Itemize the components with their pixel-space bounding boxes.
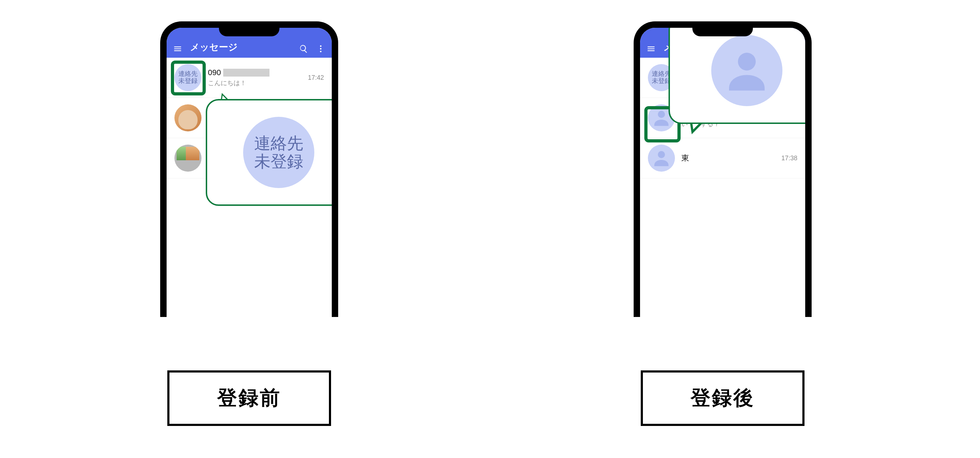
app-title: メッセージ (190, 41, 291, 53)
message-time: 17:42 (308, 74, 324, 81)
avatar-photo[interactable] (174, 145, 202, 172)
svg-point-5 (738, 53, 756, 70)
svg-point-1 (320, 48, 321, 49)
avatar-default-person[interactable] (648, 145, 675, 172)
masked-number (223, 69, 269, 77)
callout-avatar-person (711, 35, 783, 106)
contact-name: 090 (208, 68, 302, 77)
caption-after: 登録後 (641, 370, 805, 426)
hamburger-icon[interactable] (646, 44, 656, 53)
hamburger-icon[interactable] (173, 44, 182, 53)
callout-avatar-unregistered: 連絡先 未登録 (243, 117, 314, 188)
message-item[interactable]: 連絡先 未登録 090 こんにちは！ 17:42 (167, 58, 332, 98)
overflow-icon[interactable] (316, 44, 325, 53)
caption-before: 登録前 (167, 370, 331, 426)
message-time: 17:38 (781, 155, 797, 162)
phone-frame-right: メッセ 連絡先 未登録 0 プラメ 花子 いつにする？ (634, 21, 811, 317)
message-item[interactable]: 東 17:38 (640, 138, 805, 179)
phone-notch (692, 26, 753, 36)
svg-point-0 (320, 45, 321, 47)
svg-point-3 (658, 111, 665, 118)
contact-name: 東 (681, 153, 775, 163)
avatar-unregistered[interactable]: 連絡先 未登録 (174, 64, 202, 91)
phone-frame-left: メッセージ 連絡先 未登録 090 こんにちは！ (160, 21, 338, 317)
callout-bubble: 連絡先 未登録 (206, 99, 338, 206)
search-icon[interactable] (299, 44, 308, 53)
callout-bubble (668, 21, 811, 124)
svg-point-4 (658, 151, 665, 158)
svg-point-2 (320, 51, 321, 52)
message-preview: こんにちは！ (208, 79, 302, 87)
avatar-photo[interactable] (174, 104, 202, 131)
phone-notch (219, 26, 280, 36)
